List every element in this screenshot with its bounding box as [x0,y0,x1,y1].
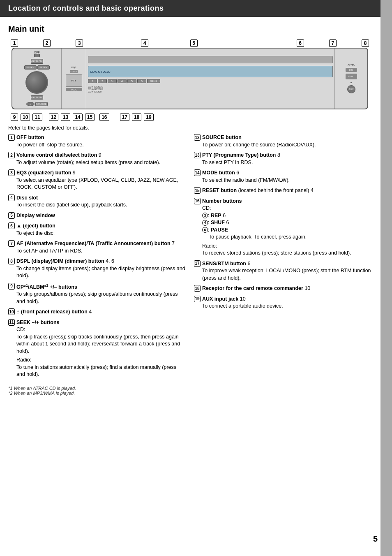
item-15: 15 RESET button (located behind the fron… [194,187,371,195]
num-label-18: 18 [132,114,141,121]
num-label-8: 8 [362,39,369,47]
item-18: 18 Receptor for the card remote commande… [194,285,371,292]
item-16: 16 Number buttons CD: 3: REP 6 4: SHUF 6… [194,198,371,257]
footnotes: *1 When an ATRAC CD is played. *2 When a… [8,386,371,396]
num-label-4: 4 [141,39,148,47]
item-19: 19 AUX input jack 10 To connect a portab… [194,296,371,310]
btn-1: 1 [88,79,97,83]
num-label-11: 11 [32,114,42,121]
num-label-2: 2 [43,39,51,47]
diagram-top-numbers: 1 2 3 4 5 6 7 8 [8,39,371,48]
item-9-text: GP*1/ALBM*2 +/– buttons To skip groups/a… [16,283,186,306]
page-number: 5 [373,534,378,544]
item-7-text: AF (Alternative Frequencies)/TA (Traffic… [16,240,175,255]
item-2-text: Volume control dial/select button 9 To a… [16,152,160,166]
item-10: 10 ⌂ (front panel release) button 4 [8,308,186,316]
item-3-num: 3 [8,169,15,176]
device-diagram-container: 1 2 3 4 5 6 7 8 OFF GP/ALBM [8,39,371,122]
item-5: 5 Display window [8,212,186,220]
item-3: 3 EQ3 (equalizer) button 9 To select an … [8,169,186,191]
btn-3: 3◦ [108,79,117,83]
btn-5: 5 [127,79,136,83]
item-16-text: Number buttons CD: 3: REP 6 4: SHUF 6 6:… [202,198,351,257]
item-6: 6 ▲ (eject) button To eject the disc. [8,222,186,237]
btn-2: 2 [98,79,107,83]
item-1-text: OFF button To power off; stop the source… [16,134,84,148]
item-5-num: 5 [8,212,15,219]
refer-text: Refer to the pages listed for details. [8,125,371,131]
item-2-num: 2 [8,152,15,158]
item-14-text: MODE button 6 To select the radio band (… [202,169,290,184]
desc-right-col: 12 SOURCE button To power on; change the… [194,134,371,382]
num-label-3: 3 [76,39,83,47]
num-label-19: 19 [144,114,153,121]
item-16-num: 16 [194,198,201,204]
item-11-num: 11 [8,319,15,326]
footnote-1: *1 When an ATRAC CD is played. [8,386,371,391]
item-12-num: 12 [194,134,201,141]
item-4-text: Disc slot To insert the disc (label side… [16,195,127,209]
page-header: Location of controls and basic operation… [0,0,392,17]
num-label-7: 7 [329,39,337,47]
header-title: Location of controls and basic operation… [8,4,164,12]
item-13-text: PTY (Programme Type) button 8 To select … [202,152,280,166]
disc-slot-visual [88,56,333,63]
number-buttons-visual: 1 2 3◦ 4 5 6 SENS [88,79,333,83]
num-label-12: 12 [49,114,58,121]
num-label-1: 1 [11,39,18,47]
num-label-5: 5 [190,39,198,47]
item-11: 11 SEEK –/+ buttons CD:To skip tracks (p… [8,319,186,378]
item-12-text: SOURCE button To power on; change the so… [202,134,316,148]
num-label-6: 6 [297,39,304,47]
item-11-text: SEEK –/+ buttons CD:To skip tracks (pres… [16,319,186,378]
item-1-num: 1 [8,134,15,141]
item-4-num: 4 [8,195,15,201]
item-7: 7 AF (Alternative Frequencies)/TA (Traff… [8,240,186,255]
device-center-section: CDX-GT201C 1 2 3◦ 4 5 6 SENS CDX-GT201CC… [86,49,334,109]
num-label-17: 17 [120,114,129,121]
item-17-num: 17 [194,260,201,267]
item-6-num: 6 [8,222,15,229]
item-19-num: 19 [194,296,201,302]
desc-left-col: 1 OFF button To power off; stop the sour… [8,134,186,382]
item-6-text: ▲ (eject) button To eject the disc. [16,222,55,237]
item-15-text: RESET button (located behind the front p… [202,187,314,195]
item-18-text: Receptor for the card remote commander 1… [202,285,310,292]
num-label-13: 13 [61,114,70,121]
device-left-section: OFF GP/ALBM SEEK– SEEK+ GP/ALBM ⌂ S [12,49,62,109]
descriptions: 1 OFF button To power off; stop the sour… [8,134,371,382]
section-title: Main unit [8,24,371,34]
num-label-15: 15 [85,114,95,121]
item-14: 14 MODE button 6 To select the radio ban… [194,169,371,184]
side-tab [380,0,392,556]
device-right-section: AF/TA DIM DSPL ▲ AUX [334,49,367,109]
item-4: 4 Disc slot To insert the disc (label si… [8,195,186,209]
item-9-num: 9 [8,283,15,290]
item-7-num: 7 [8,240,15,247]
item-9: 9 GP*1/ALBM*2 +/– buttons To skip groups… [8,283,186,306]
item-8-num: 8 [8,258,15,264]
device-picture: OFF GP/ALBM SEEK– SEEK+ GP/ALBM ⌂ S [12,48,368,109]
item-18-num: 18 [194,285,201,292]
num-label-10: 10 [21,114,30,121]
num-label-14: 14 [73,114,82,121]
btn-4: 4 [118,79,127,83]
volume-knob [25,71,48,94]
item-15-num: 15 [194,187,201,194]
diagram-bottom-numbers: 9 10 11 12 13 14 15 16 17 18 19 [8,113,371,122]
item-8: 8 DSPL (display)/DIM (dimmer) button 4, … [8,258,186,280]
item-17: 17 SENS/BTM button 6 To improve weak rec… [194,260,371,282]
item-10-text: ⌂ (front panel release) button 4 [16,308,92,316]
item-14-num: 14 [194,169,201,176]
item-17-text: SENS/BTM button 6 To improve weak recept… [202,260,371,282]
item-12: 12 SOURCE button To power on; change the… [194,134,371,148]
display-window-visual: CDX-GT201C [88,66,333,77]
num-label-9: 9 [11,114,18,121]
item-3-text: EQ3 (equalizer) button 9 To select an eq… [16,169,186,191]
item-1: 1 OFF button To power off; stop the sour… [8,134,186,148]
item-2: 2 Volume control dial/select button 9 To… [8,152,186,166]
num-label-16: 16 [99,114,109,121]
item-13: 13 PTY (Programme Type) button 8 To sele… [194,152,371,166]
item-5-text: Display window [16,212,55,220]
btn-6: 6 [137,79,146,83]
